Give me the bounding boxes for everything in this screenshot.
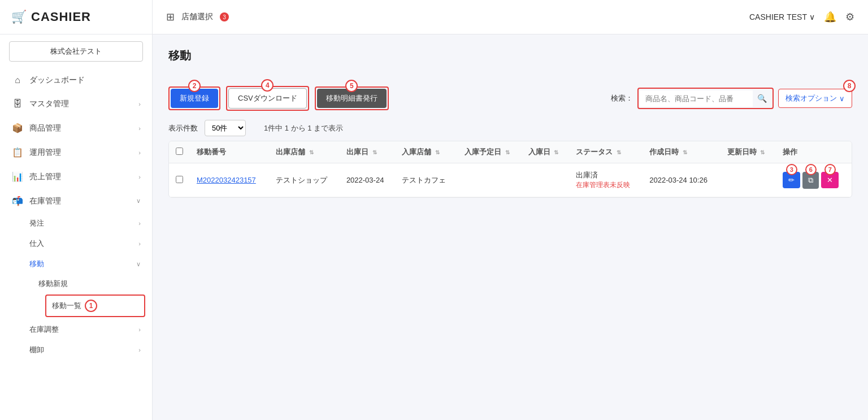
sub-item-label: 移動 (29, 259, 44, 269)
col-status: ステータス ⇅ (569, 141, 643, 163)
chevron-right-icon: › (138, 174, 141, 180)
transfer-list-label: 移動一覧 (52, 301, 81, 311)
search-label: 検索： (611, 93, 633, 103)
topbar: ⊞ 店舗選択 3 CASHIER TEST ∨ 🔔 ⚙ (153, 0, 868, 34)
chevron-right-icon: › (138, 125, 141, 132)
search-input-wrap: 🔍 (637, 88, 774, 109)
sidebar-item-shelf[interactable]: 棚卸 › (29, 340, 152, 360)
status-cell: 出庫済 在庫管理表未反映 (569, 163, 643, 197)
action-buttons: 3 ✏ 6 ⧉ 7 (783, 172, 845, 189)
row-checkbox-cell (169, 163, 190, 197)
sales-icon: 📊 (11, 171, 24, 182)
chevron-right-icon: › (138, 326, 141, 333)
num-badge-7: 7 (824, 164, 836, 175)
chevron-right-icon: › (138, 240, 141, 247)
table-row: M2022032423157 テストショップ 2022-03-24 テストカフェ… (169, 163, 852, 197)
sort-icon[interactable]: ⇅ (617, 149, 621, 155)
actions-cell: 3 ✏ 6 ⧉ 7 (776, 163, 852, 197)
num-badge-3: 3 (786, 164, 797, 175)
num-badge-4: 4 (261, 79, 274, 92)
sort-icon[interactable]: ⇅ (309, 149, 314, 155)
sidebar-item-products[interactable]: 📦 商品管理 › (0, 116, 152, 140)
created-at-cell: 2022-03-24 10:26 (643, 163, 721, 197)
sidebar-item-sales[interactable]: 📊 売上管理 › (0, 164, 152, 189)
topbar-right: CASHIER TEST ∨ 🔔 ⚙ (749, 11, 854, 23)
search-options-label: 検索オプション (785, 93, 837, 103)
logo-icon: 🛒 (11, 10, 27, 24)
pagination-info: 1件中 1 から 1 まで表示 (264, 123, 343, 133)
search-input[interactable] (640, 90, 753, 107)
csv-wrap: 4 CSVダウンロード (226, 86, 309, 111)
sort-icon[interactable]: ⇅ (683, 149, 687, 155)
col-from-store: 出庫店舗 ⇅ (269, 141, 340, 163)
sidebar-item-label: 在庫管理 (29, 196, 136, 206)
num-badge-5: 5 (345, 80, 358, 92)
sub-item-label: 発注 (29, 218, 44, 228)
table-controls: 表示件数 50件 10件 25件 100件 1件中 1 から 1 まで表示 (168, 120, 852, 136)
new-reg-wrap: 2 新規登録 (168, 86, 220, 110)
chevron-right-icon: › (138, 220, 141, 227)
select-all-checkbox[interactable] (176, 148, 183, 155)
products-icon: 📦 (11, 123, 24, 133)
gear-icon[interactable]: ⚙ (845, 11, 854, 23)
col-num: 移動番号 (190, 141, 269, 163)
sidebar-item-transfer-list[interactable]: 移動一覧 1 (45, 295, 145, 317)
sort-icon[interactable]: ⇅ (760, 149, 765, 155)
col-received-date: 入庫日 ⇅ (522, 141, 569, 163)
status-sub: 在庫管理表未反映 (576, 180, 636, 190)
sub-item-label: 棚卸 (29, 345, 44, 355)
transfer-number-cell[interactable]: M2022032423157 (190, 163, 269, 197)
user-info: CASHIER TEST ∨ (749, 12, 815, 21)
search-icon-button[interactable]: 🔍 (753, 90, 771, 107)
col-created-at: 作成日時 ⇅ (643, 141, 721, 163)
chevron-down-icon: ∨ (136, 197, 141, 205)
checkbox-header (169, 141, 190, 163)
bell-icon[interactable]: 🔔 (824, 11, 836, 23)
table-header-row: 移動番号 出庫店舗 ⇅ 出庫日 ⇅ 入庫店舗 ⇅ (169, 141, 852, 163)
col-actions: 操作 (776, 141, 852, 163)
sidebar-item-label: 商品管理 (29, 123, 138, 133)
to-store-cell: テストカフェ (395, 163, 458, 197)
main-area: ⊞ 店舗選択 3 CASHIER TEST ∨ 🔔 ⚙ 移動 2 新規登録 (153, 0, 868, 420)
transfer-sub-section: 移動新規 移動一覧 1 (29, 274, 152, 317)
sidebar: 🛒 CASHIER 株式会社テスト ⌂ ダッシュボード 🗄 マスタ管理 › 📦 … (0, 0, 153, 420)
sort-icon[interactable]: ⇅ (505, 149, 510, 155)
sidebar-item-label: ダッシュボード (29, 75, 141, 85)
row-checkbox[interactable] (176, 176, 183, 183)
sub-item-label: 在庫調整 (29, 324, 59, 335)
from-store-cell: テストショップ (269, 163, 340, 197)
sort-icon[interactable]: ⇅ (554, 149, 558, 155)
updated-at-cell (721, 163, 776, 197)
received-date-cell (522, 163, 569, 197)
sidebar-item-operations[interactable]: 📋 運用管理 › (0, 140, 152, 164)
per-page-select[interactable]: 50件 10件 25件 100件 (205, 120, 246, 136)
search-area: 検索： 🔍 8 検索オプション ∨ (611, 88, 852, 109)
chevron-right-icon: › (138, 101, 141, 107)
sidebar-item-transfer[interactable]: 移動 ∨ (29, 254, 152, 274)
company-name: 株式会社テスト (9, 41, 143, 62)
num-badge-1: 1 (85, 300, 97, 312)
chevron-right-icon: › (138, 347, 141, 353)
sidebar-item-dashboard[interactable]: ⌂ ダッシュボード (0, 68, 152, 92)
user-name: TEST (787, 12, 807, 21)
content-area: 移動 2 新規登録 4 CSVダウンロード 5 移動明細書発行 検索： (153, 34, 868, 420)
sort-icon[interactable]: ⇅ (435, 149, 440, 155)
logo: 🛒 CASHIER (0, 0, 152, 34)
store-selector[interactable]: ⊞ 店舗選択 3 (166, 11, 229, 23)
sidebar-item-adjustment[interactable]: 在庫調整 › (29, 319, 152, 340)
sub-item-label: 仕入 (29, 239, 44, 249)
sidebar-item-order[interactable]: 発注 › (29, 213, 152, 233)
sidebar-item-master[interactable]: 🗄 マスタ管理 › (0, 92, 152, 116)
sidebar-item-inventory[interactable]: 📬 在庫管理 ∨ (0, 189, 152, 213)
logo-text: CASHIER (31, 10, 91, 24)
search-options-button[interactable]: 検索オプション ∨ (778, 89, 852, 108)
sidebar-item-label: マスタ管理 (29, 99, 138, 109)
num-badge-8: 8 (843, 80, 856, 92)
sidebar-item-purchase[interactable]: 仕入 › (29, 233, 152, 254)
sidebar-item-label: 運用管理 (29, 148, 138, 158)
master-icon: 🗄 (11, 99, 24, 109)
sort-icon[interactable]: ⇅ (372, 149, 377, 155)
sidebar-item-transfer-new[interactable]: 移動新規 (38, 274, 152, 293)
chevron-down-icon: ∨ (136, 261, 141, 268)
page-title: 移動 (168, 48, 852, 63)
